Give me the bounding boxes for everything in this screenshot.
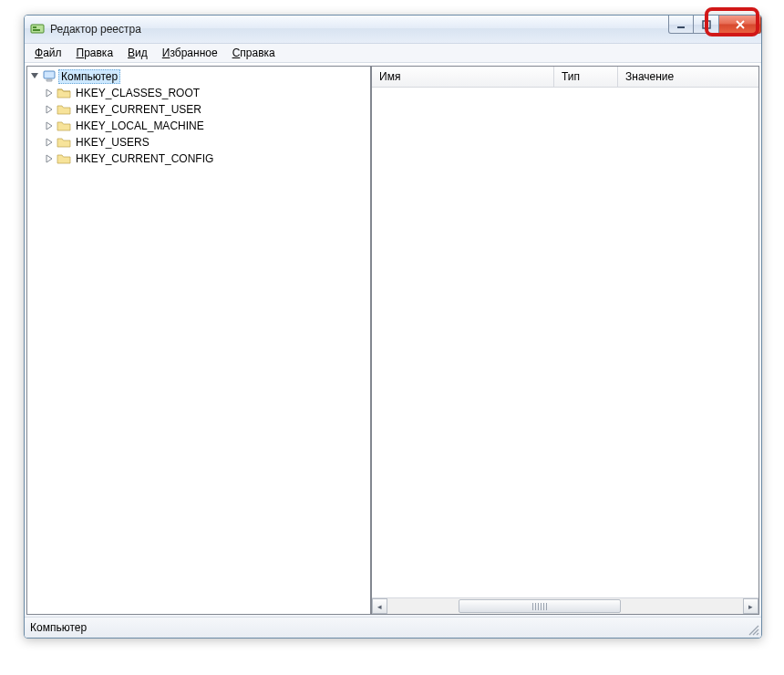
tree-hive-label[interactable]: HKEY_CLASSES_ROOT bbox=[73, 86, 202, 100]
key-tree[interactable]: Компьютер bbox=[26, 66, 371, 615]
horizontal-scrollbar[interactable]: ◂ ▸ bbox=[372, 597, 758, 614]
client-area: Компьютер bbox=[25, 63, 761, 617]
menu-view[interactable]: Вид bbox=[121, 46, 154, 60]
titlebar[interactable]: Редактор реестра bbox=[25, 16, 761, 44]
svg-rect-2 bbox=[33, 29, 40, 31]
svg-rect-0 bbox=[31, 25, 44, 33]
svg-marker-10 bbox=[46, 89, 52, 97]
resize-grip[interactable] bbox=[747, 623, 759, 636]
value-list[interactable]: Имя Тип Значение ◂ ▸ bbox=[371, 66, 759, 615]
svg-line-17 bbox=[757, 633, 758, 635]
value-list-body[interactable] bbox=[372, 88, 758, 597]
window-title: Редактор реестра bbox=[50, 23, 141, 36]
tree-hive[interactable]: HKEY_CURRENT_USER bbox=[44, 101, 370, 118]
svg-rect-3 bbox=[677, 26, 685, 28]
expand-icon[interactable] bbox=[44, 104, 55, 115]
status-path: Компьютер bbox=[30, 621, 87, 634]
svg-marker-14 bbox=[46, 155, 52, 162]
expand-icon[interactable] bbox=[44, 88, 55, 99]
statusbar: Компьютер bbox=[25, 617, 761, 638]
svg-marker-13 bbox=[46, 139, 52, 146]
folder-icon bbox=[57, 151, 71, 166]
window-controls bbox=[668, 16, 761, 34]
folder-icon bbox=[57, 119, 71, 133]
tree-hive-label[interactable]: HKEY_CURRENT_CONFIG bbox=[73, 151, 216, 166]
expand-icon[interactable] bbox=[44, 137, 55, 148]
computer-icon bbox=[42, 69, 57, 84]
folder-icon bbox=[57, 102, 71, 117]
menu-edit[interactable]: Правка bbox=[70, 46, 120, 60]
tree-hive-label[interactable]: HKEY_CURRENT_USER bbox=[73, 102, 204, 117]
svg-marker-12 bbox=[46, 122, 52, 130]
column-header-name[interactable]: Имя bbox=[372, 67, 554, 87]
folder-icon bbox=[57, 135, 71, 150]
menu-help[interactable]: Справка bbox=[226, 46, 282, 60]
scroll-track[interactable] bbox=[387, 598, 743, 614]
tree-hive[interactable]: HKEY_CURRENT_CONFIG bbox=[44, 151, 370, 167]
registry-editor-window: Редактор реестра Файл Правка bbox=[24, 15, 762, 639]
tree-hive[interactable]: HKEY_LOCAL_MACHINE bbox=[44, 118, 370, 134]
tree-root-label[interactable]: Компьютер bbox=[58, 69, 120, 84]
menu-file[interactable]: Файл bbox=[28, 46, 68, 60]
tree-hive[interactable]: HKEY_USERS bbox=[44, 134, 370, 151]
svg-rect-1 bbox=[33, 26, 36, 28]
app-icon bbox=[30, 22, 45, 36]
tree-hive-label[interactable]: HKEY_LOCAL_MACHINE bbox=[73, 119, 207, 133]
folder-icon bbox=[57, 86, 71, 100]
tree-hive[interactable]: HKEY_CLASSES_ROOT bbox=[44, 85, 370, 101]
scroll-thumb[interactable] bbox=[459, 599, 621, 613]
close-button[interactable] bbox=[719, 16, 761, 34]
collapse-icon[interactable] bbox=[29, 71, 40, 82]
svg-marker-7 bbox=[31, 73, 38, 78]
scroll-left-button[interactable]: ◂ bbox=[372, 598, 387, 614]
minimize-button[interactable] bbox=[668, 16, 694, 34]
menubar: Файл Правка Вид Избранное Справка bbox=[25, 44, 761, 63]
column-header-type[interactable]: Тип bbox=[554, 67, 618, 87]
scroll-right-button[interactable]: ▸ bbox=[743, 598, 758, 614]
column-header-value[interactable]: Значение bbox=[618, 67, 758, 87]
tree-hive-label[interactable]: HKEY_USERS bbox=[73, 135, 152, 150]
expand-icon[interactable] bbox=[44, 120, 55, 131]
menu-favorites[interactable]: Избранное bbox=[156, 46, 224, 60]
tree-root-computer[interactable]: Компьютер bbox=[29, 68, 370, 85]
maximize-button[interactable] bbox=[694, 16, 719, 34]
svg-marker-11 bbox=[46, 106, 52, 113]
value-list-header: Имя Тип Значение bbox=[372, 67, 758, 88]
expand-icon[interactable] bbox=[44, 153, 55, 164]
svg-rect-4 bbox=[703, 21, 710, 28]
svg-rect-9 bbox=[46, 79, 52, 81]
svg-rect-8 bbox=[44, 71, 55, 78]
